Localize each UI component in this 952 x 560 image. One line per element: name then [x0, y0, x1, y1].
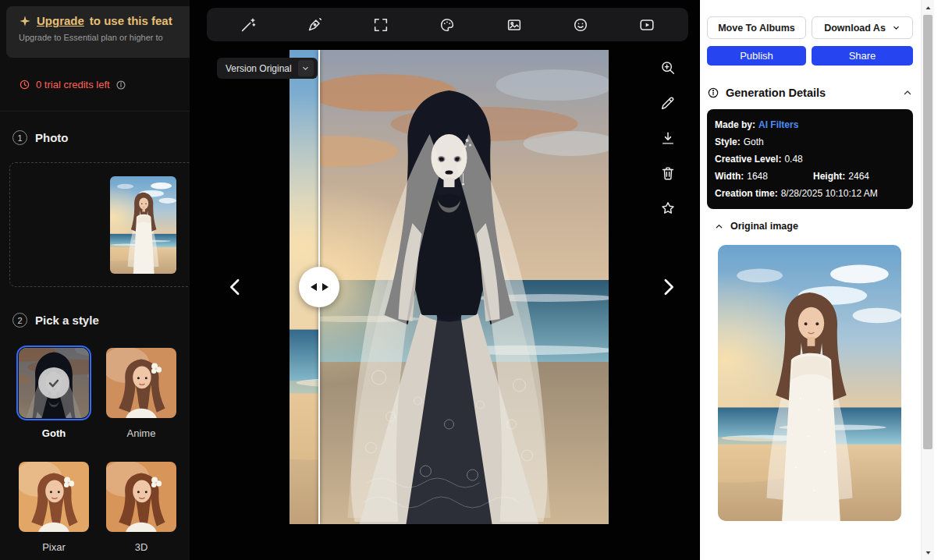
generation-details-title: Generation Details — [726, 87, 826, 99]
style-3d-image — [106, 462, 176, 532]
trial-credits: 0 trial credits left — [19, 79, 126, 90]
style-row: Style: Goth — [715, 133, 905, 151]
scroll-down-button[interactable] — [922, 546, 935, 558]
sparkle-icon — [19, 15, 31, 27]
scrollbar-thumb[interactable] — [923, 15, 932, 449]
enhance-icon[interactable] — [371, 15, 391, 35]
step-1-badge: 1 — [12, 130, 27, 145]
style-value: Goth — [744, 136, 764, 147]
style-label: Style: — [715, 136, 741, 147]
video-icon[interactable] — [637, 15, 657, 35]
style-pen-icon[interactable] — [304, 15, 325, 35]
style-label-anime: Anime — [106, 427, 176, 439]
download-as-button[interactable]: Download As — [812, 16, 913, 39]
dimensions-row: Width: 1648 Height: 2464 — [715, 168, 905, 185]
photo-section-title: Photo — [35, 131, 69, 144]
magic-wand-icon[interactable] — [238, 15, 258, 35]
left-sidebar: Upgrade to use this feat Upgrade to Esse… — [0, 0, 190, 560]
edit-icon[interactable] — [659, 94, 677, 112]
chevron-down-icon — [892, 23, 900, 32]
style-option-anime[interactable]: Anime — [106, 348, 176, 439]
style-option-goth[interactable]: Goth — [19, 348, 89, 439]
style-label-goth: Goth — [19, 427, 89, 439]
photo-section-header: 1 Photo — [12, 130, 69, 145]
clock-icon — [19, 79, 30, 90]
height-value: 2464 — [848, 171, 869, 182]
scroll-up-button[interactable] — [922, 2, 935, 14]
version-dropdown[interactable]: Version Original — [217, 58, 318, 79]
upgrade-title-rest: to use this feat — [90, 14, 172, 27]
original-image — [718, 245, 901, 521]
chevron-down-icon[interactable] — [298, 60, 314, 76]
creative-level-row: Creative Level: 0.48 — [715, 151, 905, 168]
ai-filters-link[interactable]: AI Filters — [758, 119, 798, 130]
style-pixar-thumbnail — [19, 462, 89, 532]
previous-image-button[interactable] — [224, 275, 249, 299]
creation-time-value: 8/28/2025 10:10:12 AM — [781, 188, 878, 199]
favorite-star-icon[interactable] — [659, 200, 677, 217]
palette-icon[interactable] — [437, 15, 457, 35]
upgrade-title: Upgrade to use this feat — [19, 14, 190, 27]
original-image-thumbnail[interactable] — [718, 245, 901, 521]
top-toolbar — [207, 8, 688, 41]
collapse-original-icon[interactable] — [714, 222, 724, 232]
original-image-title: Original image — [730, 221, 798, 232]
step-2-badge: 2 — [12, 313, 27, 328]
check-icon — [38, 367, 69, 399]
upgrade-subtitle: Upgrade to Essential plan or higher to — [19, 33, 190, 42]
upgrade-banner: Upgrade to use this feat Upgrade to Esse… — [6, 6, 190, 58]
selected-overlay — [19, 348, 89, 418]
height-label: Height: — [813, 171, 845, 182]
style-option-pixar[interactable]: Pixar — [19, 462, 89, 553]
sidebar-divider — [0, 111, 190, 112]
width-label: Width: — [715, 171, 744, 182]
info-icon — [707, 87, 719, 99]
style-option-3d[interactable]: 3D — [106, 462, 176, 553]
style-label-3d: 3D — [106, 541, 176, 553]
info-icon[interactable] — [115, 80, 126, 90]
style-anime-image — [106, 348, 176, 418]
zoom-in-icon[interactable] — [659, 59, 677, 76]
app-root: Upgrade to use this feat Upgrade to Esse… — [0, 0, 952, 560]
slider-right-arrow-icon — [322, 283, 329, 291]
uploaded-photo-image — [110, 176, 176, 274]
page-scrollbar[interactable] — [921, 0, 934, 560]
download-icon[interactable] — [659, 129, 677, 147]
photo-dropzone[interactable] — [9, 162, 190, 287]
style-anime-thumbnail — [106, 348, 176, 418]
details-panel: Move To Albums Download As Publish Share… — [700, 0, 952, 560]
viewer-tool-rail — [659, 59, 677, 217]
original-image-header[interactable]: Original image — [714, 221, 798, 232]
width-value: 1648 — [747, 171, 768, 182]
uploaded-photo-thumbnail[interactable] — [110, 176, 176, 274]
collapse-details-icon[interactable] — [902, 87, 913, 98]
trial-credits-text: 0 trial credits left — [36, 79, 110, 90]
photo-icon[interactable] — [504, 15, 524, 35]
style-3d-thumbnail — [106, 462, 176, 532]
compare-slider-handle[interactable] — [299, 267, 339, 307]
editor-canvas: Version Original — [190, 0, 700, 560]
made-by-label: Made by: — [715, 119, 755, 130]
made-by-row: Made by: AI Filters — [715, 116, 905, 133]
share-button[interactable]: Share — [812, 46, 913, 66]
style-goth-thumbnail — [19, 348, 89, 418]
generation-details-header: Generation Details — [707, 87, 913, 99]
next-image-button[interactable] — [656, 275, 681, 299]
style-section-title: Pick a style — [35, 314, 99, 327]
creation-time-label: Creation time: — [715, 188, 778, 199]
creation-time-row: Creation time: 8/28/2025 10:10:12 AM — [715, 185, 905, 202]
creative-level-label: Creative Level: — [715, 154, 781, 165]
style-pixar-image — [19, 462, 89, 532]
move-to-albums-button[interactable]: Move To Albums — [707, 16, 806, 39]
upgrade-link[interactable]: Upgrade — [37, 14, 84, 27]
slider-left-arrow-icon — [311, 283, 317, 291]
comparison-viewer — [290, 50, 609, 524]
publish-button[interactable]: Publish — [707, 46, 806, 66]
creative-level-value: 0.48 — [784, 154, 802, 165]
style-section-header: 2 Pick a style — [12, 313, 99, 328]
generation-details-box: Made by: AI Filters Style: Goth Creative… — [707, 109, 913, 209]
style-label-pixar: Pixar — [19, 541, 89, 553]
download-as-label: Download As — [824, 23, 886, 34]
emoji-icon[interactable] — [570, 15, 591, 35]
delete-icon[interactable] — [659, 165, 677, 182]
